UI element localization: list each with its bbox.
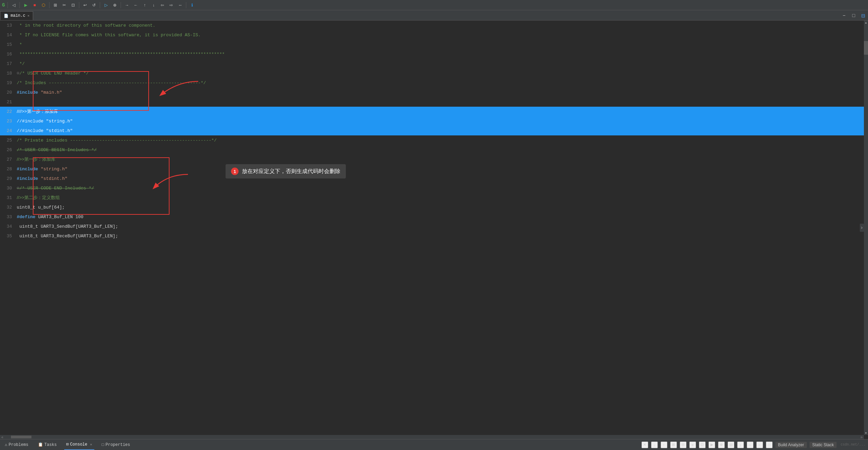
toolbar-sep-6 bbox=[121, 2, 121, 8]
tab-close-btn[interactable]: ✕ bbox=[27, 14, 29, 18]
bottom-menu-btn[interactable]: ≡ bbox=[689, 441, 696, 448]
bottom-right-controls: ✕ ↓ ↑ ⊞ ⊟ ≡ ⊡ ▶ ⊕ ▤ ↕ ↔ − □ Build Analyz… bbox=[641, 441, 865, 448]
bottom-play-btn[interactable]: ▶ bbox=[708, 441, 715, 448]
code-line-17: 17 */ bbox=[0, 59, 868, 68]
console-close-icon[interactable]: ✕ bbox=[90, 442, 92, 447]
tab-file-icon: 📄 bbox=[4, 14, 9, 18]
line-content-32: uint8_t u_buf[64]; bbox=[15, 205, 868, 210]
line-num-13: 13 bbox=[0, 23, 15, 28]
line-content-17: */ bbox=[15, 61, 868, 66]
line-num-15: 15 bbox=[0, 42, 15, 47]
scroll-right-arrow[interactable]: ▷ bbox=[860, 435, 864, 439]
toolbar-nav-prev-btn[interactable]: ⇦ bbox=[159, 1, 166, 9]
code-line-15: 15 * bbox=[0, 40, 868, 49]
line-content-20: #include "main.h" bbox=[15, 90, 868, 95]
build-analyzer-btn[interactable]: Build Analyzer bbox=[775, 442, 807, 448]
line-content-22: ////>>第一步：添加库 bbox=[15, 108, 868, 115]
code-line-34: 34 uint8_t UART3_SendBuf[UART3_Buf_LEN]; bbox=[0, 222, 868, 231]
scroll-down-arrow[interactable]: ▼ bbox=[864, 431, 868, 435]
toolbar-undo-btn[interactable]: ↩ bbox=[81, 1, 89, 9]
code-line-25: 25 /* Private includes -----------------… bbox=[0, 135, 868, 145]
toolbar: G ◁ ▶ ■ ⬡ ⊞ ✂ ⊡ ↩ ↺ ▷ ⊕ → ← ↑ ↓ ⇦ ⇨ ↔ ℹ bbox=[0, 0, 868, 10]
static-stack-btn[interactable]: Static Stack bbox=[810, 442, 837, 448]
tasks-icon: 📋 bbox=[38, 442, 43, 447]
bottom-up-btn[interactable]: ↑ bbox=[661, 441, 667, 448]
toolbar-add-btn[interactable]: ⊕ bbox=[111, 1, 119, 9]
line-num-31: 31 bbox=[0, 195, 15, 200]
code-line-27: 27 //>>第一步：添加库 bbox=[0, 155, 868, 164]
bottom-pin-btn[interactable]: ⊡ bbox=[699, 441, 706, 448]
toolbar-nav-left-btn[interactable]: ← bbox=[132, 1, 139, 9]
code-line-23: 23 //#include "string.h" bbox=[0, 116, 868, 126]
bottom-close-btn[interactable]: ✕ bbox=[641, 441, 648, 448]
bottom-tab-tasks[interactable]: 📋 Tasks bbox=[36, 439, 59, 450]
line-num-18: 18 bbox=[0, 71, 15, 76]
editor-area: 13 * in the root directory of this softw… bbox=[0, 21, 868, 435]
toolbar-nav-next-btn[interactable]: ⇨ bbox=[167, 1, 175, 9]
scroll-h-thumb[interactable] bbox=[11, 436, 31, 438]
bottom-down-btn[interactable]: ↓ bbox=[651, 441, 658, 448]
line-num-32: 32 bbox=[0, 205, 15, 210]
toolbar-build-btn[interactable]: ⬡ bbox=[40, 1, 47, 9]
bottom-collapse-btn[interactable]: ⊟ bbox=[680, 441, 687, 448]
toolbar-nav-up-btn[interactable]: ↑ bbox=[141, 1, 148, 9]
bottom-vresize-btn[interactable]: ↕ bbox=[737, 441, 744, 448]
tab-filename: main.c bbox=[11, 13, 25, 18]
line-num-26: 26 bbox=[0, 147, 15, 153]
bottom-max-btn[interactable]: □ bbox=[766, 441, 773, 448]
toolbar-stop-btn[interactable]: ■ bbox=[31, 1, 38, 9]
toolbar-nav-right-btn[interactable]: → bbox=[123, 1, 131, 9]
line-num-20: 20 bbox=[0, 90, 15, 95]
line-num-25: 25 bbox=[0, 138, 15, 143]
tab-bar: 📄 main.c ✕ − □ ⊟ bbox=[0, 10, 868, 21]
bottom-copy-btn[interactable]: ⊞ bbox=[670, 441, 677, 448]
code-line-19: 19 /* Includes -------------------------… bbox=[0, 78, 868, 88]
line-content-33: #define UART3_Buf_LEN 100 bbox=[15, 214, 868, 220]
side-expand-btn[interactable]: › bbox=[860, 224, 864, 232]
toolbar-exchange-btn[interactable]: ↔ bbox=[176, 1, 184, 9]
line-content-27: //>>第一步：添加库 bbox=[15, 156, 868, 162]
line-num-16: 16 bbox=[0, 52, 15, 57]
scrollbar-horizontal[interactable]: ◁ ▷ bbox=[0, 435, 864, 439]
line-num-35: 35 bbox=[0, 234, 15, 239]
line-content-16: ****************************************… bbox=[15, 52, 868, 57]
watermark-text: csdn.net/... bbox=[839, 443, 865, 447]
toolbar-redo-btn[interactable]: ↺ bbox=[90, 1, 98, 9]
toolbar-copy-btn[interactable]: ⊡ bbox=[69, 1, 77, 9]
tab-minimize-btn[interactable]: − bbox=[839, 11, 849, 20]
bottom-min-btn[interactable]: − bbox=[756, 441, 763, 448]
toolbar-debug-btn[interactable]: ▷ bbox=[102, 1, 110, 9]
tab-maximize-btn[interactable]: □ bbox=[849, 11, 858, 20]
line-num-21: 21 bbox=[0, 100, 15, 105]
toolbar-run-btn[interactable]: ▶ bbox=[22, 1, 29, 9]
tab-main-c[interactable]: 📄 main.c ✕ bbox=[0, 11, 33, 20]
bottom-tab-properties[interactable]: □ Properties bbox=[100, 439, 132, 450]
line-num-23: 23 bbox=[0, 119, 15, 124]
code-line-32: 32 uint8_t u_buf[64]; bbox=[0, 202, 868, 212]
code-container[interactable]: 13 * in the root directory of this softw… bbox=[0, 21, 868, 435]
scroll-thumb[interactable] bbox=[864, 41, 868, 55]
bottom-list-btn[interactable]: ▤ bbox=[728, 441, 734, 448]
toolbar-info-btn[interactable]: ℹ bbox=[188, 1, 196, 9]
toolbar-skip-btn[interactable]: ⊞ bbox=[52, 1, 59, 9]
bottom-tab-problems[interactable]: ⚠ Problems bbox=[3, 439, 30, 450]
bottom-hresize-btn[interactable]: ↔ bbox=[747, 441, 754, 448]
line-num-19: 19 bbox=[0, 80, 15, 85]
bottom-tab-console[interactable]: ⊡ Console ✕ bbox=[64, 439, 94, 450]
code-line-16: 16 *************************************… bbox=[0, 49, 868, 59]
toolbar-cut-btn[interactable]: ✂ bbox=[60, 1, 68, 9]
line-content-23: //#include "string.h" bbox=[15, 119, 868, 124]
toolbar-sep-4 bbox=[79, 2, 79, 8]
toolbar-back-btn[interactable]: ◁ bbox=[10, 1, 17, 9]
tab-panel-btn[interactable]: ⊟ bbox=[858, 11, 868, 20]
properties-icon: □ bbox=[102, 442, 104, 447]
toolbar-g-icon[interactable]: G bbox=[1, 2, 5, 8]
scrollbar-vertical[interactable]: ▲ ▼ bbox=[864, 21, 868, 435]
toolbar-nav-down-btn[interactable]: ↓ bbox=[150, 1, 157, 9]
problems-label: Problems bbox=[9, 442, 28, 447]
bottom-add-btn[interactable]: ⊕ bbox=[718, 441, 725, 448]
code-line-26: 26 /* USER CODE BEGIN Includes */ bbox=[0, 145, 868, 155]
scroll-left-arrow[interactable]: ◁ bbox=[0, 435, 4, 439]
line-num-22: 22 bbox=[0, 109, 15, 114]
scroll-up-arrow[interactable]: ▲ bbox=[864, 21, 868, 25]
